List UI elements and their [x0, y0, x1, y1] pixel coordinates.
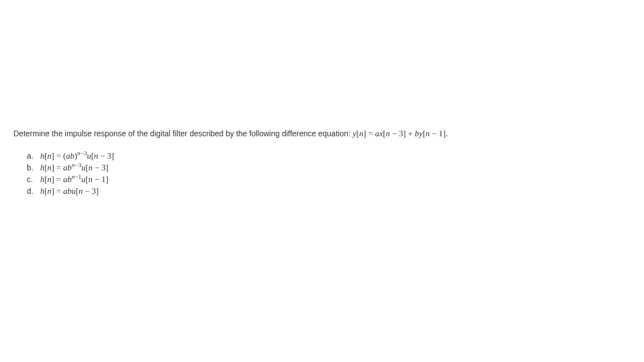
option-formula: h[n] = abn−3u[n − 3]: [40, 163, 108, 173]
options-list: a. h[n] = (ab)n−3u[n − 3] b. h[n] = abn−…: [27, 151, 644, 196]
option-d: d. h[n] = abu[n − 3]: [27, 187, 644, 196]
prompt-equation: y[n] = ax[n − 3] + by[n − 1].: [353, 129, 448, 138]
option-c: c. h[n] = abn−1u[n − 1]: [27, 175, 644, 184]
option-formula: h[n] = abn−1u[n − 1]: [40, 175, 108, 184]
option-label: c.: [27, 175, 40, 184]
option-label: a.: [27, 151, 40, 160]
option-label: b.: [27, 163, 40, 172]
option-a: a. h[n] = (ab)n−3u[n − 3]: [27, 151, 644, 161]
option-formula: h[n] = abu[n − 3]: [40, 187, 98, 196]
option-label: d.: [27, 187, 40, 196]
question-prompt: Determine the impulse response of the di…: [13, 127, 644, 140]
prompt-text: Determine the impulse response of the di…: [13, 129, 353, 138]
option-formula: h[n] = (ab)n−3u[n − 3]: [40, 151, 114, 161]
option-b: b. h[n] = abn−3u[n − 3]: [27, 163, 644, 173]
